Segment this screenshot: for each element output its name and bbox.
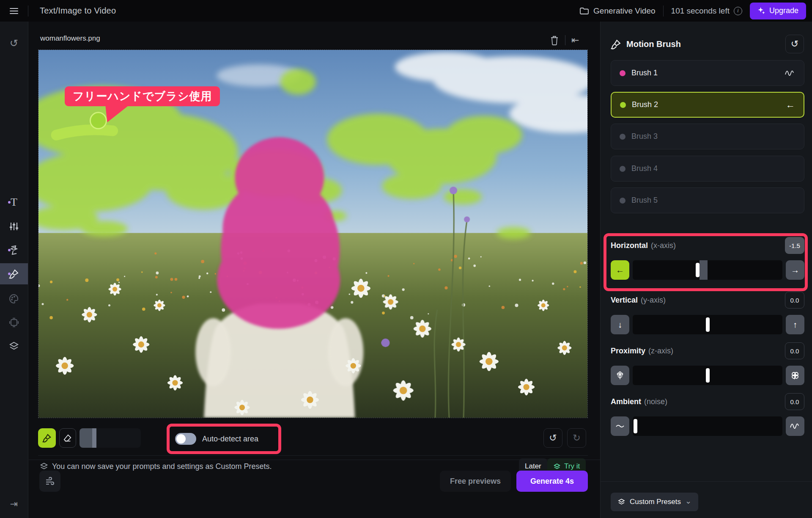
auto-detect-label: Auto-detect area: [202, 435, 258, 444]
divider: [29, 460, 600, 460]
horizontal-slider-track[interactable]: [633, 260, 782, 280]
proximity-slider-track[interactable]: [633, 366, 782, 385]
undo-icon: ↺: [549, 433, 557, 444]
brush-label: Brush 3: [631, 132, 658, 141]
proximity-value: 0.0: [785, 342, 804, 359]
canvas-actions-divider: [565, 35, 565, 45]
folder-icon: [580, 7, 589, 15]
slider-axis: (noise): [644, 397, 667, 406]
horizontal-slider-handle[interactable]: [696, 263, 700, 277]
free-previews-button[interactable]: Free previews: [440, 471, 511, 492]
sidebar-item-styles[interactable]: [0, 288, 28, 309]
waveform-icon: [790, 422, 801, 430]
brush-label: Brush 2: [632, 100, 658, 109]
horizontal-right-button[interactable]: →: [786, 260, 804, 280]
proximity-closer-button[interactable]: [786, 366, 804, 385]
proximity-away-button[interactable]: [611, 366, 629, 385]
layers-icon: [553, 463, 561, 470]
wave-small-icon: [615, 424, 625, 428]
topbar-divider: [663, 6, 664, 17]
active-dot: [8, 249, 11, 251]
brush-row-1[interactable]: Brush 1: [611, 60, 804, 86]
proximity-slider-handle[interactable]: [706, 368, 710, 383]
collapse-panel-icon[interactable]: ⇤: [571, 35, 579, 46]
ambient-value: 0.0: [785, 393, 804, 410]
brush-row-5[interactable]: Brush 5: [611, 187, 804, 213]
arrow-left-icon: ←: [616, 265, 624, 275]
ambient-high-button[interactable]: [786, 416, 804, 436]
generate-button[interactable]: Generate 4s: [516, 471, 588, 492]
layers-icon: [617, 498, 625, 506]
horizontal-left-button[interactable]: ←: [611, 260, 629, 280]
brush-row-2[interactable]: Brush 2 ←: [611, 92, 804, 118]
horizontal-value: -1.5: [785, 237, 804, 254]
sidebar-item-text[interactable]: T: [0, 192, 28, 213]
page-title: Text/Image to Video: [40, 6, 116, 16]
toggle-knob: [176, 434, 186, 444]
collapse-sidebar-button[interactable]: ⇥: [0, 493, 28, 515]
custom-presets-button[interactable]: Custom Presets ⌄: [611, 493, 698, 511]
slider-name: Proximity: [611, 347, 645, 355]
vertical-down-button[interactable]: ↓: [611, 315, 629, 334]
presets-layers-icon: [39, 462, 49, 471]
arrow-up-icon: ↑: [793, 320, 797, 330]
vertical-slider-handle[interactable]: [706, 317, 710, 332]
canvas-filename: womanflowers.png: [40, 34, 100, 43]
brush-label: Brush 4: [631, 164, 658, 173]
brush-tool-button[interactable]: [38, 428, 56, 448]
collapse-right-icon: ⇥: [10, 499, 18, 510]
brush-size-handle[interactable]: [92, 428, 96, 448]
brush-row-4[interactable]: Brush 4: [611, 156, 804, 182]
panel-title: Motion Brush: [626, 39, 681, 49]
slider-axis: (z-axis): [648, 347, 673, 355]
proximity-slider-section: Proximity (z-axis) 0.0: [611, 342, 804, 385]
trash-icon[interactable]: [550, 35, 559, 45]
sidebar-item-layers[interactable]: [0, 336, 28, 357]
brush-stroke: [56, 130, 112, 135]
slider-axis: (x-axis): [651, 241, 676, 250]
vertical-slider-track[interactable]: [633, 315, 782, 334]
menu-button[interactable]: [0, 0, 28, 22]
ambient-slider-handle[interactable]: [634, 419, 637, 433]
eraser-tool-button[interactable]: [59, 428, 76, 448]
left-sidebar: ↺ T ⇥: [0, 22, 28, 518]
slider-name: Ambient: [611, 397, 641, 406]
session-reset-button[interactable]: ↺: [0, 33, 28, 54]
vertical-up-button[interactable]: ↑: [786, 315, 804, 334]
brush5-color-dot: [620, 198, 625, 204]
ambient-low-button[interactable]: [611, 416, 629, 436]
vertical-slider-section: Vertical (y-axis) 0.0 ↓ ↑: [611, 291, 804, 334]
active-dot: [8, 273, 11, 275]
auto-detect-toggle[interactable]: [175, 433, 196, 445]
wind-icon: [45, 477, 55, 486]
upgrade-button[interactable]: Upgrade: [750, 3, 806, 19]
slider-axis: (y-axis): [641, 296, 666, 305]
brush-size-fill: [80, 428, 92, 448]
brush-row-3[interactable]: Brush 3: [611, 124, 804, 149]
prompt-options-button[interactable]: [39, 471, 60, 492]
divider: [38, 455, 588, 456]
brush2-color-dot: [620, 102, 626, 108]
brush-label: Brush 5: [631, 196, 658, 205]
reset-icon: ↺: [791, 39, 798, 50]
project-link[interactable]: Generative Video: [580, 6, 655, 16]
brush4-color-dot: [620, 166, 625, 172]
sidebar-item-motion-brush[interactable]: [0, 263, 28, 284]
brush-size-slider[interactable]: [80, 428, 141, 448]
sidebar-item-camera-motion[interactable]: [0, 240, 28, 261]
brush-icon: [42, 433, 52, 443]
active-dot: [8, 201, 11, 204]
panel-reset-button[interactable]: ↺: [785, 35, 804, 53]
flower-large-icon: [790, 370, 800, 380]
undo-button[interactable]: ↺: [543, 428, 562, 448]
sidebar-item-objects[interactable]: [0, 312, 28, 333]
ambient-slider-track[interactable]: [633, 416, 782, 436]
arrow-down-icon: ↓: [618, 320, 622, 330]
cube-icon: [9, 317, 19, 328]
direction-left-icon: ←: [786, 99, 795, 110]
redo-button[interactable]: ↻: [567, 428, 586, 448]
eraser-icon: [63, 433, 72, 443]
brush3-color-dot: [620, 134, 625, 140]
sidebar-item-settings[interactable]: [0, 216, 28, 237]
info-icon[interactable]: i: [734, 7, 742, 15]
